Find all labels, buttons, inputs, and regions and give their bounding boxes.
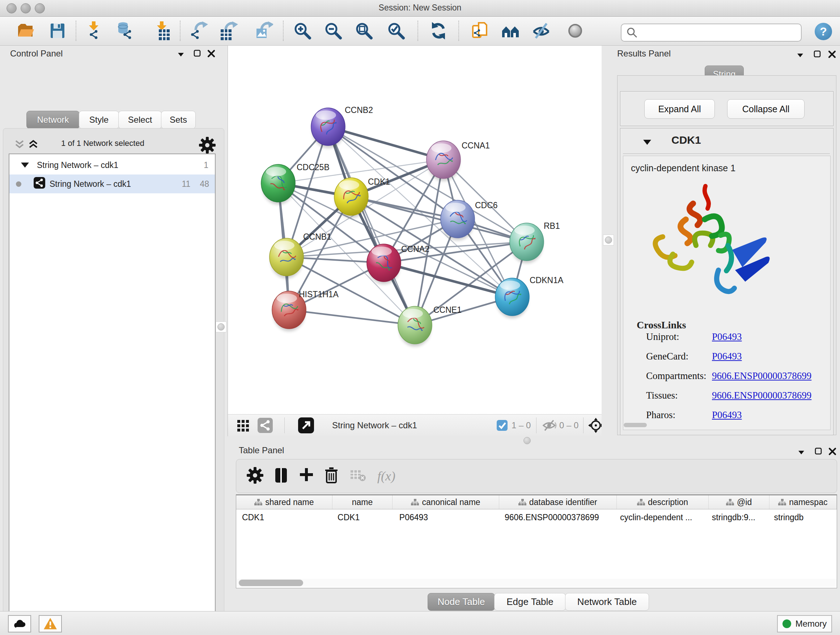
network-node-CCNB2[interactable]: CCNB2	[311, 105, 373, 148]
crosslink-value-uniprot[interactable]: P06493	[712, 331, 742, 342]
crosslink-value-pharos[interactable]: P06493	[712, 409, 742, 421]
table-cell[interactable]: 9606.ENSP00000378699	[499, 509, 614, 525]
zoom-fit-icon[interactable]	[355, 21, 373, 40]
column-header-name[interactable]: name	[332, 495, 393, 509]
import-network-icon[interactable]	[84, 21, 103, 40]
hide-selected-icon[interactable]	[532, 21, 551, 40]
right-splitter[interactable]	[602, 46, 615, 436]
zoom-in-icon[interactable]	[293, 21, 312, 40]
table-hscrollbar-thumb[interactable]	[239, 580, 303, 586]
table-splitter-handle[interactable]	[523, 437, 531, 444]
node-label: CCNA1	[462, 141, 490, 150]
network-node-CDC25B[interactable]: CDC25B	[261, 163, 330, 204]
column-header-shared-name[interactable]: shared name	[236, 495, 332, 509]
tab-network[interactable]: Network	[27, 111, 80, 129]
control-panel-float-button[interactable]	[177, 50, 185, 60]
hidden-node-edge-counts: 0 – 0	[559, 415, 578, 436]
table-hscrollbar[interactable]	[237, 579, 836, 587]
window-title: Session: New Session	[0, 3, 840, 13]
results-panel-float-button[interactable]	[796, 51, 805, 61]
export-table-icon[interactable]	[219, 21, 238, 40]
delete-column-trash-icon[interactable]	[324, 467, 339, 486]
tab-style[interactable]: Style	[79, 111, 119, 129]
control-panel-maximize-button[interactable]	[193, 49, 202, 59]
right-splitter-handle[interactable]	[603, 234, 614, 245]
table-cell[interactable]: cyclin-dependent ...	[614, 509, 706, 525]
table-panel-maximize-button[interactable]	[814, 447, 823, 457]
help-button[interactable]: ?	[815, 23, 832, 40]
table-panel-close-icon[interactable]	[828, 447, 837, 457]
network-node-CCNE1[interactable]: CCNE1	[398, 305, 462, 347]
results-panel-maximize-button[interactable]	[813, 50, 822, 60]
show-all-icon[interactable]	[566, 21, 584, 40]
left-splitter-handle[interactable]	[216, 321, 226, 333]
collection-label: String Network – cdk1	[37, 160, 118, 170]
selected-checkbox-icon[interactable]	[496, 415, 508, 436]
warning-button[interactable]	[39, 615, 62, 632]
export-network-icon[interactable]	[190, 21, 209, 40]
network-edge[interactable]	[351, 196, 527, 242]
import-table-icon[interactable]	[152, 21, 171, 40]
network-view-share-icon[interactable]	[257, 415, 273, 436]
network-row-selected[interactable]: String Network – cdk1 11 48	[9, 174, 215, 193]
network-options-gear-icon[interactable]	[199, 136, 216, 155]
network-collection-row[interactable]: String Network – cdk1 1	[9, 156, 215, 174]
table-toolbar: f(x)	[236, 459, 837, 493]
column-header--id[interactable]: @id	[709, 495, 769, 509]
table-cell[interactable]: P06493	[393, 509, 499, 525]
network-edge[interactable]	[289, 310, 415, 325]
tab-node-table[interactable]: Node Table	[428, 593, 495, 611]
tab-network-table[interactable]: Network Table	[565, 593, 649, 611]
table-cell[interactable]: stringdb	[768, 509, 837, 525]
tab-select[interactable]: Select	[118, 111, 162, 129]
column-header-canonical-name[interactable]: canonical name	[393, 495, 499, 509]
birdseye-view-icon[interactable]	[298, 415, 314, 436]
table-cell[interactable]: CDK1	[332, 509, 393, 525]
table-cell[interactable]: stringdb:9...	[706, 509, 768, 525]
network-node-CDKN1A[interactable]: CDKN1A	[495, 276, 564, 318]
refresh-icon[interactable]	[429, 21, 448, 40]
network-node-HIST1H1A[interactable]: HIST1H1A	[272, 290, 339, 331]
tab-sets[interactable]: Sets	[161, 111, 196, 129]
home-network-icon[interactable]	[501, 21, 520, 40]
column-header-description[interactable]: description	[617, 495, 709, 509]
network-view[interactable]: CCNB2 CCNA1 CDC25B CDK1 CDC6 RB1 CCNB1 C…	[227, 46, 602, 436]
clone-network-icon[interactable]	[471, 21, 489, 40]
control-panel-close-icon[interactable]	[207, 49, 216, 59]
node-label: CCNB1	[303, 232, 332, 241]
show-columns-icon[interactable]	[273, 467, 289, 486]
crosslinks-heading: CrossLinks	[637, 319, 686, 331]
table-settings-gear-icon[interactable]	[246, 467, 264, 486]
table-panel-float-button[interactable]	[797, 448, 806, 458]
zoom-out-icon[interactable]	[324, 21, 343, 40]
memory-button[interactable]: Memory	[777, 615, 832, 632]
table-row[interactable]: CDK1CDK1P064939606.ENSP00000378699cyclin…	[236, 509, 837, 525]
results-hscrollbar[interactable]	[624, 423, 647, 427]
grid-view-icon[interactable]	[236, 415, 251, 436]
gene-collapse-caret-icon[interactable]	[643, 138, 652, 148]
cloud-button[interactable]	[8, 615, 31, 632]
delete-table-icon	[350, 468, 366, 484]
crosslink-value-tissues[interactable]: 9606.ENSP00000378699	[712, 390, 812, 401]
crosslink-value-compartments[interactable]: 9606.ENSP00000378699	[712, 371, 812, 382]
tab-edge-table[interactable]: Edge Table	[494, 593, 566, 611]
column-header-database-identifier[interactable]: database identifier	[499, 495, 617, 509]
zoom-selected-icon[interactable]	[387, 21, 406, 40]
table-cell[interactable]: CDK1	[236, 509, 332, 525]
warning-icon	[43, 617, 57, 630]
results-panel-close-icon[interactable]	[828, 50, 836, 60]
collection-collapse-caret-icon[interactable]	[21, 163, 29, 168]
collection-count: 1	[204, 160, 208, 170]
collapse-all-button[interactable]: Collapse All	[727, 99, 805, 119]
add-column-icon[interactable]	[298, 467, 314, 486]
save-session-icon[interactable]	[48, 21, 67, 40]
expand-all-button[interactable]: Expand All	[644, 99, 715, 119]
network-node-RB1[interactable]: RB1	[510, 221, 560, 263]
open-session-icon[interactable]	[16, 21, 35, 40]
export-image-icon[interactable]	[254, 21, 273, 40]
import-database-icon[interactable]	[115, 21, 134, 40]
column-header-namespac[interactable]: namespac	[769, 495, 837, 509]
network-graph[interactable]: CCNB2 CCNA1 CDC25B CDK1 CDC6 RB1 CCNB1 C…	[228, 46, 602, 415]
crosslink-value-genecard[interactable]: P06493	[712, 351, 742, 362]
search-input[interactable]	[640, 25, 801, 40]
